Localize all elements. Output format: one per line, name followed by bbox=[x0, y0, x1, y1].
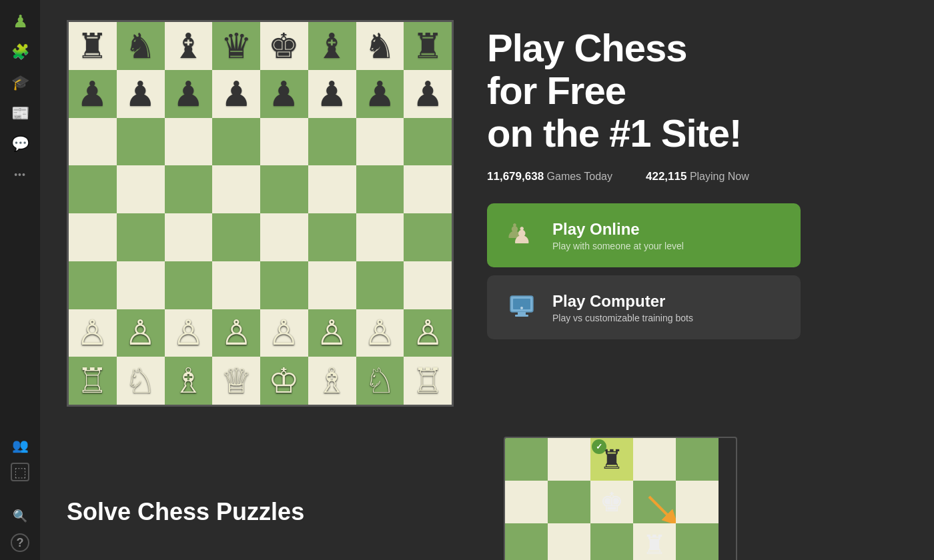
chess-cell-6-5: ♙ bbox=[308, 309, 356, 357]
chess-cell-4-6 bbox=[356, 213, 404, 261]
chess-cell-2-7 bbox=[404, 118, 452, 166]
chess-cell-4-1 bbox=[117, 213, 165, 261]
sidebar-icon-news[interactable]: 📰 bbox=[7, 100, 33, 127]
chess-board: ♜♞♝♛♚♝♞♜♟♟♟♟♟♟♟♟♙♙♙♙♙♙♙♙♖♘♗♕♔♗♘♖ bbox=[67, 20, 454, 407]
sidebar-icon-chat[interactable]: 💬 bbox=[7, 131, 33, 157]
chess-cell-6-1: ♙ bbox=[117, 309, 165, 357]
chess-cell-4-2 bbox=[165, 213, 213, 261]
chess-cell-3-1 bbox=[117, 165, 165, 213]
chess-cell-7-0: ♖ bbox=[69, 357, 117, 405]
sidebar-icon-learn[interactable]: 🎓 bbox=[7, 69, 33, 96]
puzzles-title: Solve Chess Puzzles bbox=[67, 498, 470, 526]
chess-cell-3-2 bbox=[165, 165, 213, 213]
svg-rect-2 bbox=[518, 312, 526, 315]
chess-cell-4-0 bbox=[69, 213, 117, 261]
puzzle-preview-section: ♜ ✓ ♚ bbox=[504, 427, 907, 560]
pc-0-4 bbox=[676, 438, 719, 481]
chess-cell-0-0: ♜ bbox=[69, 22, 117, 70]
chess-cell-5-2 bbox=[165, 261, 213, 309]
right-panel: Play Chessfor Freeon the #1 Site! 11,679… bbox=[487, 20, 907, 339]
chess-cell-4-7 bbox=[404, 213, 452, 261]
chess-cell-6-7: ♙ bbox=[404, 309, 452, 357]
top-section: ♜♞♝♛♚♝♞♜♟♟♟♟♟♟♟♟♙♙♙♙♙♙♙♙♖♘♗♕♔♗♘♖ Play Ch… bbox=[40, 0, 934, 420]
play-computer-button[interactable]: Play Computer Play vs customizable train… bbox=[487, 275, 801, 339]
chess-cell-7-6: ♘ bbox=[356, 357, 404, 405]
chess-cell-0-1: ♞ bbox=[117, 22, 165, 70]
check-badge: ✓ bbox=[592, 439, 606, 454]
puzzles-section: Solve Chess Puzzles bbox=[67, 427, 470, 560]
stats-row: 11,679,638 Games Today 422,115 Playing N… bbox=[487, 170, 907, 183]
pc-1-0 bbox=[505, 481, 548, 523]
sidebar-icon-more[interactable]: ••• bbox=[7, 161, 33, 188]
pc-0-2: ♜ ✓ bbox=[590, 438, 633, 481]
chess-cell-3-7 bbox=[404, 165, 452, 213]
play-online-title: Play Online bbox=[552, 220, 684, 239]
sidebar-icon-help[interactable]: ? bbox=[11, 533, 29, 552]
pc-2-4 bbox=[676, 523, 719, 560]
chess-cell-5-7 bbox=[404, 261, 452, 309]
chess-cell-5-5 bbox=[308, 261, 356, 309]
sidebar-icon-login[interactable]: ⬚ bbox=[11, 463, 29, 481]
pc-2-0 bbox=[505, 523, 548, 560]
chess-cell-6-6: ♙ bbox=[356, 309, 404, 357]
chess-cell-1-0: ♟ bbox=[69, 70, 117, 118]
chess-cell-5-3 bbox=[212, 261, 260, 309]
chess-cell-6-3: ♙ bbox=[212, 309, 260, 357]
chess-cell-7-3: ♕ bbox=[212, 357, 260, 405]
chess-cell-2-0 bbox=[69, 118, 117, 166]
players-now-stat: 422,115 Playing Now bbox=[646, 170, 749, 183]
chess-cell-1-7: ♟ bbox=[404, 70, 452, 118]
action-buttons: ♟ ♟ Play Online Play with someone at you… bbox=[487, 203, 907, 339]
chess-cell-0-6: ♞ bbox=[356, 22, 404, 70]
bottom-section: Solve Chess Puzzles ♜ ✓ bbox=[40, 427, 934, 560]
pc-2-2 bbox=[590, 523, 633, 560]
chess-cell-6-0: ♙ bbox=[69, 309, 117, 357]
pc-0-1 bbox=[548, 438, 590, 481]
mini-board: ♜ ✓ ♚ bbox=[504, 437, 737, 560]
play-online-subtitle: Play with someone at your level bbox=[552, 241, 684, 251]
play-online-icon: ♟ ♟ bbox=[503, 217, 540, 254]
sidebar-icon-puzzle[interactable]: 🧩 bbox=[7, 39, 33, 65]
chess-cell-5-6 bbox=[356, 261, 404, 309]
play-computer-subtitle: Play vs customizable training bots bbox=[552, 313, 693, 323]
play-computer-icon bbox=[503, 289, 540, 326]
players-label: Playing Now bbox=[690, 171, 749, 182]
sidebar-icon-friends[interactable]: 👥 bbox=[7, 432, 33, 459]
pc-1-2: ♚ bbox=[590, 481, 633, 523]
chess-cell-5-1 bbox=[117, 261, 165, 309]
chess-cell-4-4 bbox=[260, 213, 308, 261]
chess-cell-0-3: ♛ bbox=[212, 22, 260, 70]
sidebar-icon-search[interactable]: 🔍 bbox=[7, 503, 33, 529]
chess-cell-2-1 bbox=[117, 118, 165, 166]
play-online-button[interactable]: ♟ ♟ Play Online Play with someone at you… bbox=[487, 203, 801, 267]
chess-cell-7-1: ♘ bbox=[117, 357, 165, 405]
play-computer-title: Play Computer bbox=[552, 292, 693, 311]
chess-cell-2-6 bbox=[356, 118, 404, 166]
chess-cell-1-2: ♟ bbox=[165, 70, 213, 118]
pc-1-1 bbox=[548, 481, 590, 523]
svg-point-4 bbox=[520, 307, 523, 309]
chess-cell-3-4 bbox=[260, 165, 308, 213]
chess-cell-7-5: ♗ bbox=[308, 357, 356, 405]
sidebar-icon-pawn[interactable]: ♟ bbox=[7, 8, 33, 35]
chess-cell-7-7: ♖ bbox=[404, 357, 452, 405]
games-today-stat: 11,679,638 Games Today bbox=[487, 170, 612, 183]
chess-cell-4-5 bbox=[308, 213, 356, 261]
sidebar: ♟ 🧩 🎓 📰 💬 ••• 👥 ⬚ 🔍 ? bbox=[0, 0, 40, 560]
chess-cell-7-2: ♗ bbox=[165, 357, 213, 405]
play-online-text: Play Online Play with someone at your le… bbox=[552, 220, 684, 251]
chess-cell-5-0 bbox=[69, 261, 117, 309]
pc-1-3 bbox=[633, 481, 676, 523]
chess-cell-3-5 bbox=[308, 165, 356, 213]
chess-cell-3-6 bbox=[356, 165, 404, 213]
play-computer-text: Play Computer Play vs customizable train… bbox=[552, 292, 693, 323]
main-content: ♜♞♝♛♚♝♞♜♟♟♟♟♟♟♟♟♙♙♙♙♙♙♙♙♖♘♗♕♔♗♘♖ Play Ch… bbox=[40, 0, 934, 560]
chess-cell-3-0 bbox=[69, 165, 117, 213]
games-count: 11,679,638 bbox=[487, 170, 544, 183]
chess-cell-1-5: ♟ bbox=[308, 70, 356, 118]
chess-cell-0-2: ♝ bbox=[165, 22, 213, 70]
chess-cell-5-4 bbox=[260, 261, 308, 309]
chess-cell-0-5: ♝ bbox=[308, 22, 356, 70]
chess-cell-2-5 bbox=[308, 118, 356, 166]
chess-cell-4-3 bbox=[212, 213, 260, 261]
